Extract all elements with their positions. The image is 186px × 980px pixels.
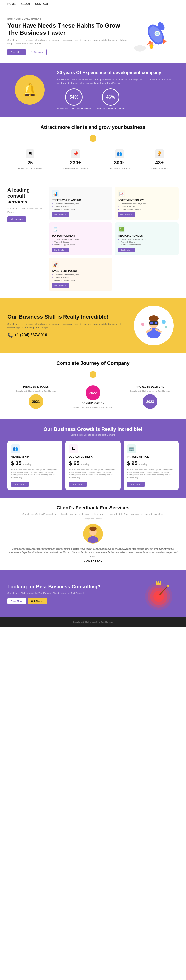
list-item: Time for lead research, work bbox=[118, 238, 176, 241]
list-item: Trades & Stocks bbox=[52, 241, 110, 243]
list-item: Time for lead research, work bbox=[52, 238, 110, 241]
service-list-2: Time for lead research, work Trades & St… bbox=[118, 202, 176, 211]
timeline-item-2023: PROJECTS DELIVERD Sample text. Click to … bbox=[130, 385, 170, 409]
exp-circle-num-1: 54% bbox=[65, 88, 83, 106]
service-details-btn-4[interactable]: Get Details → bbox=[118, 248, 135, 252]
leading-left: A leading consult services Sample text. … bbox=[8, 187, 45, 291]
timeline: PROCESS & TOOLS Sample text. Click to se… bbox=[8, 383, 178, 411]
office-icon: 🏢 bbox=[127, 444, 136, 453]
service-card-investment: 📈 INVESTMENT POLICY Time for lead resear… bbox=[115, 187, 178, 220]
stat-clients-num: 300k bbox=[114, 160, 125, 165]
vr-person-illustration bbox=[134, 306, 173, 345]
svg-marker-7 bbox=[163, 38, 167, 45]
timeline-text-3: Sample text. Click to select the Text El… bbox=[130, 390, 170, 392]
service-details-btn-1[interactable]: Get Details → bbox=[52, 212, 69, 217]
target-illustration bbox=[143, 578, 175, 610]
footer-text: Sample text. Click to select the Text El… bbox=[8, 621, 178, 623]
attract-headline: Attract more clients and grow your busin… bbox=[8, 124, 178, 130]
nav-home[interactable]: HOME bbox=[8, 3, 16, 5]
services-grid: 📊 STRATEGY & PLANNING Time for lead rese… bbox=[49, 187, 178, 291]
stat-clients: 👥 300k SATISFIED CLIENTS bbox=[109, 150, 130, 169]
office-read-btn[interactable]: READ MORE bbox=[127, 482, 145, 487]
list-item: Trades & Stocks bbox=[52, 276, 110, 279]
skill-headline: Our Business Skill is Really Incredible! bbox=[8, 314, 124, 320]
hero-label: BUSINESS DEVELOPMENT bbox=[8, 18, 129, 20]
stat-years: 🖥 25 YEARS OF OPERATION bbox=[18, 150, 42, 169]
list-item: Time for lead research, work bbox=[52, 202, 110, 205]
stat-projects-icon: 📌 bbox=[71, 150, 80, 158]
list-item: Trades & Stocks bbox=[52, 205, 110, 208]
exp-circle-1: 54% BUSINESS STRATEGY GROWTH bbox=[57, 88, 91, 110]
hero-headline: Your Have Needs These Habits To Grow The… bbox=[8, 22, 129, 37]
hero-read-more-button[interactable]: Read More bbox=[8, 49, 25, 55]
avatar-wrap bbox=[8, 524, 178, 544]
bell-icon: 🔔 bbox=[15, 75, 45, 105]
list-item: Time for lead research, work bbox=[118, 202, 176, 205]
svg-point-12 bbox=[138, 46, 146, 50]
attract-arrow-icon: ↓ bbox=[89, 135, 97, 142]
office-amount: $ 95 bbox=[127, 460, 138, 466]
list-item: Business Opportunities bbox=[52, 243, 110, 246]
nav-contact[interactable]: CONTACT bbox=[35, 3, 48, 5]
journey-headline: Complete Journey of Company bbox=[8, 360, 178, 366]
service-card-title-3: TAX MANAGEMENT bbox=[52, 234, 110, 237]
office-period: /monthly bbox=[138, 463, 147, 466]
svg-point-23 bbox=[165, 326, 167, 328]
membership-title: MEMBERSHIP bbox=[11, 455, 59, 458]
price-card-membership: 👥 MEMBERSHIP $ 35 /monthly Time for lead… bbox=[8, 441, 62, 490]
exp-desc: Sample text. Click to select the Text Lo… bbox=[57, 78, 178, 85]
client-quote: Quam lacus suspendisse faucibus interdum… bbox=[8, 547, 178, 558]
price-card-desk: 🖥 DEDICATED DESK $ 65 /monthly Time for … bbox=[65, 441, 121, 490]
stat-over-icon: 🏆 bbox=[155, 150, 164, 158]
timeline-year-2: 2022 bbox=[86, 385, 100, 400]
service-list-3: Time for lead research, work Trades & St… bbox=[52, 238, 110, 246]
cta-desc: Sample text. Click to select the Text El… bbox=[8, 592, 134, 595]
cta-headline: Looking for Best Business Consulting? bbox=[8, 584, 134, 590]
membership-price: $ 35 /monthly bbox=[11, 460, 59, 466]
service-card-tax: 🧾 TAX MANAGEMENT Time for lead research,… bbox=[49, 222, 112, 255]
feedback-intro: Sample text. Click to Egestas fringilla … bbox=[8, 513, 178, 516]
navbar: HOME ABOUT CONTACT bbox=[0, 0, 186, 8]
leading-all-services-button[interactable]: All Services bbox=[8, 216, 26, 222]
hero-all-services-button[interactable]: All Services bbox=[27, 49, 47, 55]
service-list-5: Time for lead research, work Trades & St… bbox=[52, 274, 110, 282]
cta-section: Looking for Best Business Consulting? Sa… bbox=[0, 570, 186, 617]
strategy-icon: 📊 bbox=[52, 190, 59, 197]
list-item: Time for lead research, work bbox=[52, 274, 110, 276]
cta-text: Looking for Best Business Consulting? Sa… bbox=[8, 584, 134, 604]
service-details-btn-3[interactable]: Get Details → bbox=[52, 248, 69, 252]
svg-point-24 bbox=[141, 323, 144, 326]
timeline-title-2: COMMUNICATION bbox=[82, 402, 105, 404]
leading-desc: Sample text. Click to select the Text El… bbox=[8, 207, 45, 214]
service-details-btn-2[interactable]: Get Details → bbox=[118, 212, 135, 217]
price-card-office: 🏢 PRIVATE OFFICE $ 95 /monthly Time for … bbox=[124, 441, 178, 490]
skill-desc: Sample text. Lorem ipsum dolor sit amet,… bbox=[8, 323, 124, 329]
list-item: Trades & Stocks bbox=[118, 241, 176, 243]
nav-about[interactable]: ABOUT bbox=[21, 3, 30, 5]
service-details-btn-5[interactable]: Get Details → bbox=[52, 283, 69, 288]
service-card-financial: 💹 FINANCIAL ADVICES Time for lead resear… bbox=[115, 222, 178, 255]
desk-period: /monthly bbox=[81, 463, 89, 466]
attract-section: Attract more clients and grow your busin… bbox=[0, 117, 186, 179]
service-card-strategy: 📊 STRATEGY & PLANNING Time for lead rese… bbox=[49, 187, 112, 220]
hero-section: BUSINESS DEVELOPMENT Your Have Needs The… bbox=[0, 8, 186, 62]
exp-circle-num-2: 46% bbox=[102, 88, 119, 106]
desk-read-btn[interactable]: READ MORE bbox=[69, 482, 87, 487]
timeline-title-1: PROCESS & TOOLS bbox=[23, 385, 49, 388]
stat-clients-label: SATISFIED CLIENTS bbox=[109, 167, 130, 169]
exp-circle-2: 46% FINANCE VALUABLE IDEAS bbox=[96, 88, 125, 110]
experience-section: 🔔 30 years Of Experience of development … bbox=[0, 62, 186, 117]
investment-icon: 📈 bbox=[118, 190, 125, 197]
leading-section: A leading consult services Sample text. … bbox=[0, 180, 186, 298]
tax-icon: 🧾 bbox=[52, 225, 59, 233]
membership-read-btn[interactable]: READ MORE bbox=[11, 482, 29, 487]
list-item: Business Opportunities bbox=[52, 208, 110, 211]
skill-text: Our Business Skill is Really Incredible!… bbox=[8, 314, 124, 338]
svg-point-9 bbox=[150, 44, 153, 49]
cta-read-more-button[interactable]: Read More bbox=[8, 598, 26, 604]
service-card-invest2: 🚀 INVESTMENT POLICY Time for lead resear… bbox=[49, 258, 112, 291]
desk-amount: $ 65 bbox=[69, 460, 79, 466]
cta-get-started-button[interactable]: Get Started bbox=[28, 598, 47, 604]
skill-section: Our Business Skill is Really Incredible!… bbox=[0, 298, 186, 353]
footer: Sample text. Click to select the Text El… bbox=[0, 617, 186, 627]
